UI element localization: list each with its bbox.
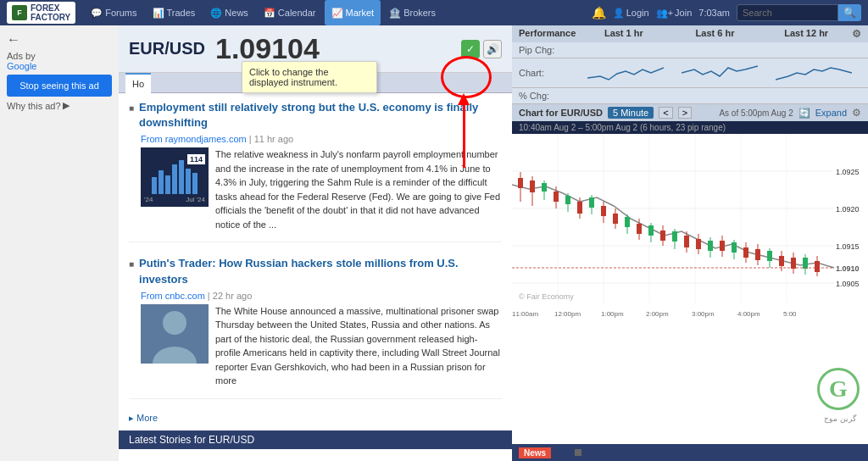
bar-2 [159, 170, 164, 194]
header-right: 🔔 👤 Login 👥+ Join 7:03am 🔍 [592, 4, 861, 21]
svg-rect-51 [732, 242, 737, 253]
news-body-2: The White House announced a massive, mul… [141, 304, 502, 388]
svg-text:2:00pm: 2:00pm [646, 310, 669, 318]
chart-canvas: 1.0925 1.0920 1.0915 1.0910 1.0905 11:00… [512, 134, 868, 444]
expand-button[interactable]: Expand [815, 108, 847, 118]
join-icon: 👥+ [656, 8, 673, 19]
svg-rect-59 [779, 256, 784, 266]
chart-gear-icon[interactable]: ⚙ [852, 107, 861, 119]
chevron-right-icon: ▶ [63, 100, 70, 111]
perf-row-pip: Pip Chg: [512, 42, 868, 58]
news-item-2: ■ Putin's Trader: How Russian hackers st… [129, 256, 502, 398]
sound-button[interactable]: 🔊 [483, 40, 502, 58]
instrument-name: EUR/USD [129, 39, 205, 58]
news-ticker: News [512, 444, 868, 461]
news-text-1: The relative weakness in July's nonfarm … [215, 147, 502, 231]
svg-rect-43 [684, 236, 689, 247]
main-layout: ← Ads by Google Stop seeing this ad Why … [0, 25, 868, 461]
news-title-1[interactable]: ■ Employment still relatively strong but… [129, 100, 502, 131]
bottom-watermark: گرین موج [824, 414, 856, 423]
header-controls: ✓ 🔊 [461, 40, 502, 58]
svg-text:1.0920: 1.0920 [836, 205, 860, 214]
bar-3 [165, 175, 170, 194]
news-icon: 🌐 [210, 8, 222, 19]
chart-interval[interactable]: 5 Minute [608, 107, 654, 119]
chart-cell-3 [767, 61, 861, 85]
news-section: ■ Employment still relatively strong but… [119, 93, 512, 430]
login-button[interactable]: 👤 Login [613, 8, 649, 19]
chart-next-button[interactable]: > [678, 107, 692, 119]
ad-back-button[interactable]: ← [7, 32, 112, 47]
forums-icon: 💬 [91, 8, 103, 19]
news-icon-2: ■ [129, 258, 134, 270]
chart-prev-button[interactable]: < [659, 107, 672, 119]
svg-text:12:00pm: 12:00pm [554, 310, 581, 318]
main-header: F FOREX FACTORY 💬 Forums 📊 Trades 🌐 News… [0, 0, 868, 25]
svg-rect-27 [589, 197, 594, 208]
tab-ho[interactable]: Ho [125, 73, 151, 93]
nav-trades[interactable]: 📊 Trades [146, 0, 203, 25]
svg-rect-23 [565, 196, 570, 204]
tooltip-box: Click to change the displayed instrument… [242, 61, 377, 93]
gear-icon[interactable]: ⚙ [852, 28, 861, 40]
svg-rect-53 [743, 247, 748, 258]
search-button[interactable]: 🔍 [838, 4, 861, 21]
g-circle-icon: G [817, 368, 860, 410]
svg-rect-25 [577, 202, 582, 214]
perf-col-12hr: Last 12 hr [760, 28, 852, 40]
svg-text:1.0915: 1.0915 [836, 242, 860, 251]
chart-section: Chart for EUR/USD 5 Minute < > As of 5:0… [512, 104, 868, 461]
svg-rect-49 [720, 241, 725, 251]
perf-row-chart: Chart: [512, 58, 868, 88]
svg-rect-29 [601, 206, 606, 216]
bell-icon[interactable]: 🔔 [592, 6, 606, 19]
svg-rect-55 [755, 249, 760, 260]
ticker-chart [558, 447, 609, 458]
brokers-icon: 🏦 [389, 8, 401, 19]
perf-col-6hr: Last 6 hr [670, 28, 761, 40]
svg-rect-41 [672, 231, 677, 242]
center-content: EUR/USD 1.09104 ✓ 🔊 Click to change the … [119, 25, 512, 461]
svg-rect-80 [575, 449, 581, 456]
svg-text:© Fair Economy: © Fair Economy [519, 292, 574, 301]
news-meta-1: From raymondjames.com | 11 hr ago [141, 134, 502, 144]
svg-rect-37 [648, 225, 654, 236]
expand-icon: 🔄 [798, 108, 810, 119]
news-icon-1: ■ [129, 103, 134, 114]
svg-rect-61 [791, 258, 796, 269]
bar-5 [179, 160, 184, 194]
svg-rect-21 [554, 192, 559, 202]
nav-forums[interactable]: 💬 Forums [84, 0, 143, 25]
ads-label: Ads by Google [7, 51, 112, 71]
logo-icon: F [12, 5, 27, 20]
search-input[interactable] [737, 4, 838, 21]
login-icon: 👤 [613, 8, 625, 19]
join-button[interactable]: 👥+ Join [656, 8, 693, 19]
stop-seeing-ad-button[interactable]: Stop seeing this ad [7, 75, 112, 97]
market-icon: 📈 [331, 8, 343, 19]
svg-text:1.0905: 1.0905 [836, 280, 860, 288]
svg-rect-45 [696, 239, 701, 249]
svg-point-1 [163, 311, 186, 335]
svg-rect-47 [708, 241, 713, 251]
checkmark-button[interactable]: ✓ [461, 40, 480, 58]
bar-7 [192, 173, 198, 194]
nav-market[interactable]: 📈 Market [325, 0, 381, 25]
svg-text:11:00am: 11:00am [512, 310, 538, 318]
more-link[interactable]: ▸ More [129, 413, 502, 424]
chart-cell-1 [578, 61, 672, 85]
nav-brokers[interactable]: 🏦 Brokers [382, 0, 442, 25]
chart-label: '24 Jul '24 [144, 196, 205, 203]
nav-calendar[interactable]: 📅 Calendar [257, 0, 323, 25]
news-title-2[interactable]: ■ Putin's Trader: How Russian hackers st… [129, 256, 502, 286]
chart-range: 10:40am Aug 2 – 5:00pm Aug 2 (6 hours, 2… [512, 121, 868, 134]
nav-news[interactable]: 🌐 News [203, 0, 255, 25]
article-chart-thumb: '24 Jul '24 114 [141, 147, 209, 207]
logo-text: FOREX FACTORY [31, 3, 70, 22]
calendar-icon: 📅 [264, 8, 275, 19]
news-item: ■ Employment still relatively strong but… [129, 100, 502, 242]
svg-text:1:00pm: 1:00pm [601, 310, 624, 318]
svg-rect-35 [637, 224, 642, 234]
why-this-ad-link[interactable]: Why this ad? ▶ [7, 100, 112, 111]
svg-rect-19 [542, 183, 547, 192]
